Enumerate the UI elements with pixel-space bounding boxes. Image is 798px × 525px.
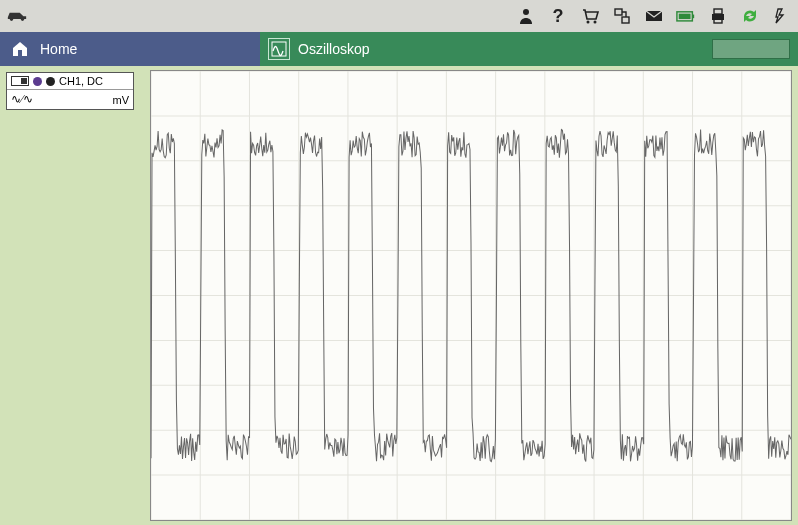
- print-icon[interactable]: [708, 6, 728, 26]
- svg-point-2: [523, 9, 529, 15]
- svg-point-1: [21, 17, 25, 21]
- svg-rect-10: [679, 13, 691, 18]
- channel-label: CH1, DC: [59, 75, 103, 87]
- svg-point-4: [587, 21, 590, 24]
- tab-home[interactable]: Home: [0, 32, 260, 66]
- tab-row: Home Oszilloskop: [0, 32, 798, 66]
- link-icon[interactable]: [772, 6, 792, 26]
- cart-icon[interactable]: [580, 6, 600, 26]
- svg-rect-7: [622, 17, 629, 23]
- help-icon[interactable]: ?: [548, 6, 568, 26]
- probe-dot-purple-icon: [33, 77, 42, 86]
- tab-oscilloscope[interactable]: Oszilloskop: [260, 32, 798, 66]
- person-icon[interactable]: [516, 6, 536, 26]
- probe-dot-black-icon: [46, 77, 55, 86]
- plot-trace: [151, 71, 791, 520]
- svg-point-5: [594, 21, 597, 24]
- battery-icon[interactable]: [676, 6, 696, 26]
- channel-unit-row: ∿⁄∿ mV: [7, 90, 133, 109]
- system-icon-tray: ?: [516, 6, 792, 26]
- channel-info-box[interactable]: CH1, DC ∿⁄∿ mV: [6, 72, 134, 110]
- channel-panel: CH1, DC ∿⁄∿ mV: [0, 66, 150, 525]
- tab-scope-label: Oszilloskop: [298, 41, 370, 57]
- svg-text:?: ?: [553, 6, 564, 26]
- channel-header: CH1, DC: [7, 73, 133, 90]
- svg-rect-13: [714, 9, 722, 14]
- mail-icon[interactable]: [644, 6, 664, 26]
- home-icon: [10, 38, 30, 61]
- tab-home-label: Home: [40, 41, 77, 57]
- waveform-icon: ∿⁄∿: [11, 92, 33, 107]
- plot-container: [150, 66, 798, 525]
- sync-icon[interactable]: [740, 6, 760, 26]
- vehicle-icon: [6, 8, 28, 24]
- channel-unit: mV: [113, 94, 130, 106]
- oscilloscope-plot[interactable]: [150, 70, 792, 521]
- svg-rect-6: [615, 9, 622, 15]
- svg-point-0: [10, 17, 14, 21]
- channel-swatch-icon: [11, 76, 29, 86]
- system-toolbar: ?: [0, 0, 798, 32]
- svg-rect-15: [18, 50, 22, 56]
- content-area: CH1, DC ∿⁄∿ mV: [0, 66, 798, 525]
- svg-rect-14: [714, 19, 722, 23]
- scope-status-box: [712, 39, 790, 59]
- oscilloscope-icon: [268, 38, 290, 60]
- connection-icon[interactable]: [612, 6, 632, 26]
- svg-rect-11: [692, 14, 694, 18]
